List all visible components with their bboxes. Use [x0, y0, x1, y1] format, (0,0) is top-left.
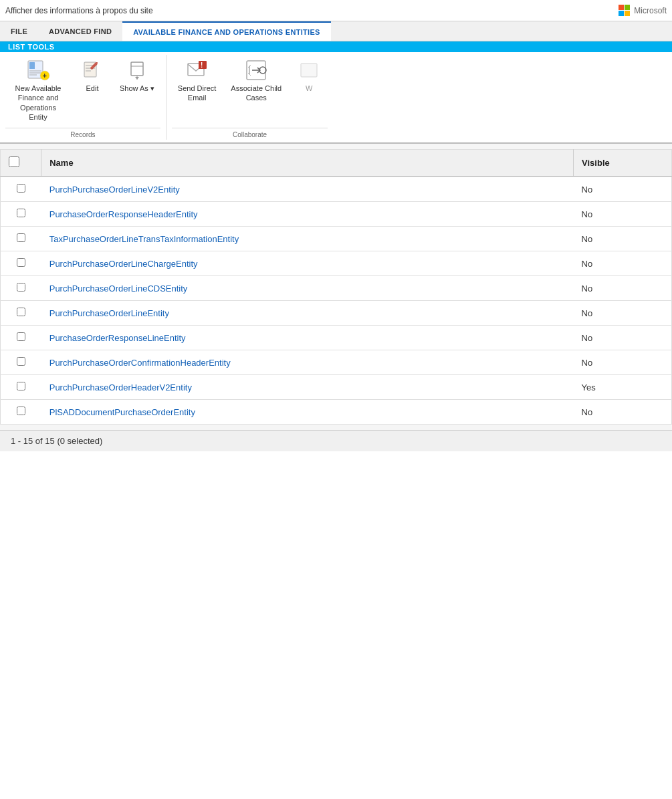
edit-button[interactable]: Edit	[74, 55, 111, 96]
row-checkbox[interactable]	[17, 283, 25, 292]
site-info-text: Afficher des informations à propos du si…	[5, 6, 619, 15]
tab-file[interactable]: FILE	[0, 21, 38, 41]
row-checkbox[interactable]	[17, 233, 25, 242]
associate-child-cases-button[interactable]: Associate ChildCases	[225, 55, 288, 106]
entity-link[interactable]: PurchaseOrderResponseLineEntity	[49, 333, 186, 343]
w-button[interactable]: W	[290, 55, 328, 96]
ribbon-tabs: FILE ADVANCED FIND AVAILABLE FINANCE AND…	[0, 21, 672, 41]
visible-value: No	[582, 209, 593, 219]
visible-value: Yes	[582, 382, 596, 392]
entity-link[interactable]: PlSADDocumentPurchaseOrderEntity	[49, 407, 195, 417]
visible-cell: No	[574, 227, 672, 251]
svg-text:+: +	[43, 72, 47, 80]
visible-value: No	[582, 185, 593, 195]
row-checkbox[interactable]	[17, 308, 25, 316]
row-checkbox-cell	[1, 350, 41, 375]
entity-name-cell: PurchPurchaseOrderLineChargeEntity	[41, 251, 574, 276]
entity-link[interactable]: PurchPurchaseOrderHeaderV2Entity	[49, 382, 192, 392]
w-icon	[297, 58, 321, 82]
visible-cell: No	[574, 400, 672, 425]
row-checkbox-cell	[1, 177, 41, 202]
associate-label: Associate ChildCases	[231, 84, 282, 103]
ribbon-header-band: LIST TOOLS	[0, 41, 672, 52]
visible-value: No	[582, 283, 593, 294]
entity-link[interactable]: PurchaseOrderResponseHeaderEntity	[49, 209, 198, 219]
row-checkbox[interactable]	[17, 184, 25, 193]
send-direct-email-button[interactable]: ! Send DirectEmail	[172, 55, 222, 106]
visible-value: No	[582, 407, 593, 417]
entity-link[interactable]: PurchPurchaseOrderLineCDSEntity	[49, 283, 188, 294]
col-header-check	[1, 150, 41, 177]
table-container: Name Visible PurchPurchaseOrderLineV2Ent…	[0, 144, 672, 430]
ribbon-group-collaborate: ! Send DirectEmail Associate ChildCas	[166, 55, 333, 140]
entity-link[interactable]: TaxPurchaseOrderLineTransTaxInformationE…	[49, 234, 239, 244]
entity-name-cell: PurchPurchaseOrderLineEntity	[41, 301, 574, 326]
table-row: PurchPurchaseOrderLineEntityNo	[1, 301, 672, 326]
w-label: W	[306, 84, 312, 93]
entity-name-cell: PurchaseOrderResponseLineEntity	[41, 326, 574, 350]
ribbon-group-collaborate-buttons: ! Send DirectEmail Associate ChildCas	[172, 55, 328, 125]
entity-link[interactable]: PurchPurchaseOrderLineChargeEntity	[49, 259, 198, 269]
row-checkbox-cell	[1, 276, 41, 301]
new-entity-icon: +	[26, 58, 50, 82]
entity-link[interactable]: PurchPurchaseOrderLineEntity	[49, 308, 169, 318]
visible-value: No	[582, 358, 593, 368]
show-as-label: Show As ▾	[120, 84, 154, 93]
row-checkbox-cell	[1, 326, 41, 350]
visible-cell: No	[574, 301, 672, 326]
ribbon-group-records: + New Available Finance and Operations E…	[0, 55, 166, 140]
ms-logo-text: Microsoft	[634, 6, 667, 15]
visible-value: No	[582, 333, 593, 343]
row-checkbox[interactable]	[17, 332, 25, 341]
send-email-icon: !	[185, 58, 209, 82]
row-checkbox[interactable]	[17, 209, 25, 217]
row-checkbox-cell	[1, 227, 41, 251]
records-group-label: Records	[5, 128, 160, 140]
row-checkbox[interactable]	[17, 258, 25, 267]
select-all-checkbox[interactable]	[9, 156, 19, 167]
associate-icon	[244, 58, 268, 82]
entity-name-cell: PlSADDocumentPurchaseOrderEntity	[41, 400, 574, 425]
entity-table: Name Visible PurchPurchaseOrderLineV2Ent…	[0, 149, 672, 425]
row-checkbox-cell	[1, 301, 41, 326]
table-row: PurchaseOrderResponseHeaderEntityNo	[1, 202, 672, 227]
table-row: PurchPurchaseOrderLineV2EntityNo	[1, 177, 672, 202]
visible-value: No	[582, 259, 593, 269]
row-checkbox[interactable]	[17, 357, 25, 366]
show-as-button[interactable]: Show As ▾	[114, 55, 160, 96]
send-email-label: Send DirectEmail	[178, 84, 216, 103]
table-row: PurchPurchaseOrderLineCDSEntityNo	[1, 276, 672, 301]
entity-name-cell: PurchaseOrderResponseHeaderEntity	[41, 202, 574, 227]
visible-cell: No	[574, 350, 672, 375]
visible-cell: No	[574, 276, 672, 301]
visible-value: No	[582, 234, 593, 244]
entity-name-cell: PurchPurchaseOrderConfirmationHeaderEnti…	[41, 350, 574, 375]
tab-advanced-find[interactable]: ADVANCED FIND	[38, 21, 122, 41]
ribbon-toolbar: + New Available Finance and Operations E…	[0, 52, 672, 144]
ribbon-group-records-buttons: + New Available Finance and Operations E…	[5, 55, 160, 125]
status-bar: 1 - 15 of 15 (0 selected)	[0, 430, 672, 451]
entity-link[interactable]: PurchPurchaseOrderLineV2Entity	[49, 185, 180, 195]
edit-icon	[80, 58, 104, 82]
row-checkbox-cell	[1, 251, 41, 276]
visible-cell: No	[574, 202, 672, 227]
entity-link[interactable]: PurchPurchaseOrderConfirmationHeaderEnti…	[49, 358, 231, 368]
show-as-icon	[125, 58, 149, 82]
table-row: PurchPurchaseOrderHeaderV2EntityYes	[1, 375, 672, 400]
ms-logo-grid	[619, 5, 630, 16]
svg-rect-1	[29, 62, 35, 69]
tab-available-finance[interactable]: AVAILABLE FINANCE AND OPERATIONS ENTITIE…	[122, 21, 331, 41]
top-bar: Afficher des informations à propos du si…	[0, 0, 672, 21]
col-header-visible: Visible	[574, 150, 672, 177]
table-row: PlSADDocumentPurchaseOrderEntityNo	[1, 400, 672, 425]
table-row: PurchaseOrderResponseLineEntityNo	[1, 326, 672, 350]
row-checkbox[interactable]	[17, 407, 25, 415]
entity-name-cell: PurchPurchaseOrderLineV2Entity	[41, 177, 574, 202]
table-body: PurchPurchaseOrderLineV2EntityNoPurchase…	[1, 177, 672, 425]
col-header-name: Name	[41, 150, 574, 177]
svg-rect-13	[131, 62, 143, 76]
new-entity-button[interactable]: + New Available Finance and Operations E…	[5, 55, 71, 125]
visible-value: No	[582, 308, 593, 318]
microsoft-logo: Microsoft	[619, 5, 667, 16]
row-checkbox[interactable]	[17, 382, 25, 390]
